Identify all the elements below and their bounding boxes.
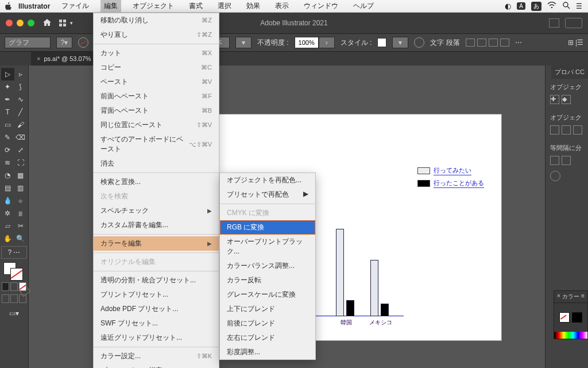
menu-select[interactable]: 選択 [214,0,235,12]
paintbrush-tool[interactable]: 🖌 [14,118,28,131]
scale-tool[interactable]: ⤢ [14,144,28,156]
menu-item[interactable]: 遠近グリッドプリセット... [94,331,219,345]
distribute-icons[interactable] [550,156,583,165]
search-field-mini[interactable] [565,18,582,28]
menu-item[interactable]: 透明の分割・統合プリセット... [94,273,219,288]
color-panel[interactable]: ×カラー≡ [554,290,588,339]
status-toggl-icon[interactable]: ◐ [505,2,511,10]
submenu-item[interactable]: カラー反転 [220,273,315,288]
appearance-circle-icon[interactable] [550,171,560,181]
menu-item[interactable]: スペルチェック▶ [94,204,219,218]
help-dropdown[interactable]: ?▾ [56,37,72,48]
status-input-mode[interactable]: あ [531,2,541,11]
submenu-item[interactable]: グレースケールに変換 [220,288,315,302]
submenu-item[interactable]: カラーバランス調整... [220,259,315,273]
menu-item[interactable]: すべてのアートボードにペースト⌥⇧⌘V [94,132,219,156]
close-icon[interactable]: × [557,293,560,301]
submenu-item[interactable]: 彩度調整... [220,345,315,359]
search-icon[interactable] [562,1,570,11]
symbol-sprayer-tool[interactable]: ✲ [1,207,14,220]
menu-window[interactable]: ウィンドウ [300,0,342,12]
shape-builder-tool[interactable]: ◔ [1,169,14,182]
menu-item[interactable]: 前面へペースト⌘F [94,89,219,103]
tab-close-icon[interactable]: × [37,55,40,62]
menu-item[interactable]: 同じ位置にペースト⇧⌘V [94,118,219,132]
style-dd[interactable]: ▾ [392,37,408,48]
menu-item[interactable]: コピー⌘C [94,60,219,75]
menu-item[interactable]: カラー設定...⇧⌘K [94,349,219,363]
paragraph-align-icons[interactable] [466,39,509,47]
home-icon[interactable] [42,18,52,28]
hand-tool[interactable]: ✋ [1,232,14,245]
workspace-dropdown[interactable]: ▾ [59,19,73,27]
overflow-icon[interactable]: ⋯ [515,39,523,47]
shaper-tool[interactable]: ✎ [1,131,14,144]
submenu-item[interactable]: オーバープリントブラック... [220,235,315,259]
menu-item[interactable]: やり直し⇧⌘Z [94,28,219,42]
rotate-tool[interactable]: ⟳ [1,144,14,156]
menu-item[interactable]: プロファイルの指定... [94,363,219,368]
menu-item[interactable]: Adobe PDF プリセット... [94,302,219,316]
menu-item[interactable]: カラーを編集▶ [94,236,219,251]
menu-item[interactable]: カット⌘X [94,46,219,60]
menu-item[interactable]: SWF プリセット... [94,316,219,331]
spectrum-strip[interactable] [554,332,587,339]
submenu-item[interactable]: プリセットで再配色▶ [220,187,315,202]
type-tool[interactable]: T [1,106,14,118]
recolor-icon[interactable] [414,37,424,48]
menu-extras-icon[interactable]: ☰ [576,2,582,10]
screen-mode-tool[interactable]: ▭▾ [1,307,27,320]
menu-file[interactable]: ファイル [58,0,92,12]
slice-tool[interactable]: ✂ [14,220,28,232]
menu-item[interactable]: 背面へペースト⌘B [94,103,219,118]
width-tool[interactable]: ≋ [1,156,14,169]
object-type-combo[interactable]: グラフ [5,37,51,48]
menu-item[interactable]: 消去 [94,156,219,171]
transform-icons[interactable]: ✚◆ [550,95,583,104]
fill-none-icon[interactable] [78,37,88,48]
align-icons-row[interactable] [550,125,583,135]
curvature-tool[interactable]: ∿ [14,93,28,106]
blend-tool[interactable]: ⟐ [14,194,28,207]
magic-wand-tool[interactable]: ✦ [1,80,14,93]
menu-edit[interactable]: 編集 [100,0,121,12]
wifi-icon[interactable] [547,2,556,10]
edit-toolbar[interactable]: ? ⋯ [1,246,27,259]
zoom-tool[interactable]: 🔍 [14,232,28,245]
direct-selection-tool[interactable]: ▹ [14,68,28,80]
submenu-item[interactable]: RGB に変換 [220,220,315,235]
lasso-tool[interactable]: ⟆ [14,80,28,93]
doc-setup-icon[interactable] [549,18,559,28]
mesh-tool[interactable]: ▤ [1,182,14,194]
perspective-tool[interactable]: ▦ [14,169,28,182]
submenu-item[interactable]: 上下にブレンド [220,302,315,316]
color-stroke-swatch[interactable] [572,312,582,323]
eyedropper-tool[interactable]: 💧 [1,194,14,207]
properties-panel-tab[interactable]: プロパ CC [551,66,588,79]
opacity-input[interactable]: › [295,37,335,48]
submenu-item[interactable]: 左右にブレンド [220,331,315,345]
line-tool[interactable]: ╱ [14,106,28,118]
fill-stroke-swatches[interactable] [1,262,27,282]
panel-toggle-icon[interactable]: ⊞ |☰ [568,39,583,47]
menu-view[interactable]: 表示 [272,0,292,12]
menu-item[interactable]: 移動の取り消し⌘Z [94,13,219,28]
menu-item[interactable]: プリントプリセット... [94,288,219,302]
color-fill-swatch[interactable] [559,312,570,323]
menu-item[interactable]: ペースト⌘V [94,75,219,89]
graph-tool[interactable]: ⫼ [14,207,28,220]
panel-menu-icon[interactable]: ≡ [581,293,585,301]
fill-mode-switch[interactable] [1,282,27,292]
selection-tool[interactable]: ▷ [1,68,14,80]
menu-type[interactable]: 書式 [185,0,206,12]
submenu-item[interactable]: オブジェクトを再配色... [220,173,315,187]
menu-object[interactable]: オブジェクト [129,0,177,12]
artboard-tool[interactable]: ▱ [1,220,14,232]
submenu-item[interactable]: 前後にブレンド [220,316,315,331]
menu-effect[interactable]: 効果 [243,0,264,12]
menu-item[interactable]: カスタム辞書を編集... [94,218,219,232]
window-controls[interactable] [6,20,34,26]
free-transform-tool[interactable]: ⛶ [14,156,28,169]
stroke-profile-dd[interactable]: ▾ [235,37,252,48]
gradient-tool[interactable]: ▥ [14,182,28,194]
